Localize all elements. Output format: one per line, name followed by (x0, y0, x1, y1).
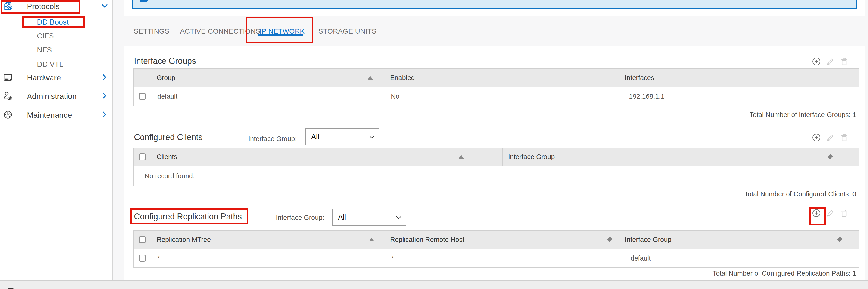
cell-replication-mtree: * (157, 249, 160, 267)
sort-ascending-icon[interactable] (368, 76, 373, 79)
cell-remote-host: * (392, 249, 394, 267)
sidebar-item-cifs[interactable]: CIFS (37, 31, 54, 40)
add-icon[interactable] (812, 57, 820, 66)
chevron-right-icon[interactable] (102, 111, 106, 119)
sort-ascending-icon[interactable] (459, 155, 464, 159)
ip-network-panel: Interface Groups Group (124, 45, 865, 281)
edit-icon[interactable] (826, 57, 834, 66)
empty-message: No record found. (145, 166, 195, 186)
sort-icon[interactable] (607, 237, 613, 242)
empty-row: No record found. (133, 166, 859, 186)
replication-paths-title: Configured Replication Paths (134, 212, 242, 222)
delete-icon[interactable] (840, 57, 848, 66)
table-header: Group Enabled Interfaces (133, 69, 859, 87)
select-all-checkbox[interactable] (139, 153, 146, 160)
administration-icon (3, 92, 12, 101)
column-header-remote-host[interactable]: Replication Remote Host (390, 230, 464, 249)
protocols-icon (3, 2, 12, 10)
interface-group-filter-label: Interface Group: (248, 135, 297, 143)
select-chevron-icon (369, 135, 375, 139)
edit-icon[interactable] (826, 209, 834, 217)
column-header-replication-mtree[interactable]: Replication MTree (157, 230, 211, 249)
column-header-interface-group[interactable]: Interface Group (625, 230, 672, 249)
tab-active-connections[interactable]: ACTIVE CONNECTIONS (180, 27, 260, 35)
interface-groups-total: Total Number of Interface Groups: 1 (648, 111, 856, 119)
cell-interfaces: 192.168.1.1 (629, 87, 664, 106)
select-all-checkbox[interactable] (139, 236, 146, 243)
column-header-group[interactable]: Group (157, 69, 176, 87)
configured-clients-actions (812, 133, 848, 142)
configured-clients-total: Total Number of Configured Clients: 0 (648, 190, 856, 198)
chevron-right-icon[interactable] (102, 74, 106, 82)
table-row: default No 192.168.1.1 (133, 87, 859, 106)
replication-paths-table: Replication MTree Replication Remote Hos… (133, 230, 859, 268)
delete-icon[interactable] (840, 133, 848, 142)
edit-icon[interactable] (826, 133, 834, 142)
row-checkbox[interactable] (139, 255, 146, 262)
info-banner (132, 0, 857, 9)
sidebar-item-hardware[interactable]: Hardware (27, 73, 61, 82)
hardware-icon (3, 73, 12, 83)
sidebar-item-dd-boost[interactable]: DD Boost (37, 18, 69, 26)
select-chevron-icon (396, 216, 402, 219)
sidebar-item-maintenance[interactable]: Maintenance (27, 110, 72, 120)
cell-enabled: No (391, 87, 399, 106)
interface-groups-title: Interface Groups (134, 56, 196, 66)
tab-divider (124, 36, 865, 37)
replication-paths-actions (812, 209, 848, 217)
interface-groups-actions (812, 57, 848, 66)
column-header-interface-group[interactable]: Interface Group (508, 148, 555, 166)
maintenance-icon (3, 110, 12, 120)
column-header-clients[interactable]: Clients (157, 148, 177, 166)
sidebar-item-administration[interactable]: Administration (27, 92, 76, 101)
cell-group: default (157, 87, 178, 106)
sort-ascending-icon[interactable] (369, 238, 374, 242)
table-header: Replication MTree Replication Remote Hos… (133, 230, 859, 249)
configured-clients-table: Clients Interface Group No record found. (133, 148, 859, 186)
table-header: Clients Interface Group (133, 148, 859, 166)
cell-interface-group: default (630, 249, 651, 267)
footer-bar (0, 281, 868, 289)
sidebar-item-dd-vtl[interactable]: DD VTL (37, 60, 63, 69)
tab-settings[interactable]: SETTINGS (134, 27, 169, 35)
table-row: * * default (133, 249, 859, 267)
replication-paths-total: Total Number of Configured Replication P… (648, 269, 856, 277)
chevron-right-icon[interactable] (102, 93, 106, 100)
sidebar-item-protocols[interactable]: Protocols (27, 2, 60, 11)
info-icon (140, 0, 148, 2)
add-replication-path-icon[interactable] (812, 209, 820, 217)
add-icon[interactable] (812, 133, 820, 142)
interface-group-select[interactable]: All (332, 208, 406, 226)
selected-option: All (338, 209, 346, 225)
row-checkbox[interactable] (139, 93, 146, 100)
info-banner-card (124, 0, 865, 16)
interface-groups-table: Group Enabled Interfaces default No 192.… (133, 68, 859, 106)
configured-clients-title: Configured Clients (134, 132, 203, 142)
sidebar-nav: Protocols DD Boost CIFS NFS DD VTL Hardw… (0, 0, 113, 281)
tab-storage-units[interactable]: STORAGE UNITS (318, 27, 376, 35)
interface-group-select[interactable]: All (305, 128, 379, 146)
active-tab-underline (258, 34, 303, 36)
column-header-enabled[interactable]: Enabled (390, 69, 415, 87)
dd-system-manager-screen: Protocols DD Boost CIFS NFS DD VTL Hardw… (0, 0, 868, 289)
selected-option: All (311, 129, 319, 145)
delete-icon[interactable] (840, 209, 848, 217)
interface-group-filter-label: Interface Group: (276, 214, 324, 222)
sidebar-item-nfs[interactable]: NFS (37, 45, 52, 54)
sort-icon[interactable] (837, 237, 842, 242)
column-header-interfaces[interactable]: Interfaces (625, 69, 654, 87)
sort-icon[interactable] (828, 154, 833, 159)
chevron-down-icon[interactable] (101, 4, 108, 9)
